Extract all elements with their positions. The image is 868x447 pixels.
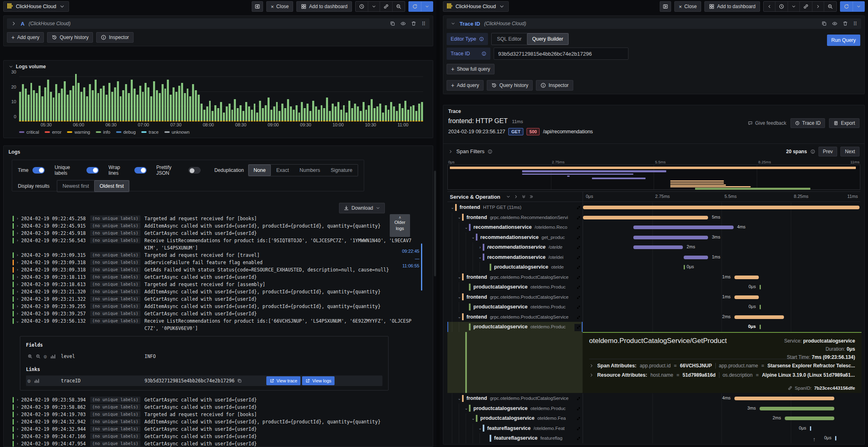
zoom-out-button[interactable] <box>824 2 836 11</box>
log-row[interactable]: ›2024-02-19 09:22:45.918(no unique label… <box>12 230 413 237</box>
legend-item-debug[interactable]: debug <box>116 130 136 135</box>
dedup-option-numbers[interactable]: Numbers <box>294 165 326 176</box>
delete-query-icon[interactable] <box>842 21 848 26</box>
dedup-option-signature[interactable]: Signature <box>325 165 358 176</box>
span-name-cell[interactable]: productcatalogserviceotelde <box>447 262 583 272</box>
log-row[interactable]: ›2024-02-19 09:24:47.954(no unique label… <box>12 440 413 447</box>
chevron-right-icon[interactable]: › <box>16 433 21 440</box>
legend-item-unknown[interactable]: unknown <box>164 130 190 135</box>
trace-id-button[interactable]: Trace ID <box>790 118 825 128</box>
time-picker-button[interactable] <box>775 2 788 11</box>
delete-query-icon[interactable] <box>411 21 417 26</box>
chevron-down-icon[interactable]: ⌄ <box>464 406 469 410</box>
span-row[interactable]: ⌄frontendgrpc.oteldemo.ProductCatalogSer… <box>447 272 860 282</box>
span-row[interactable]: productcatalogserviceoteldemo.Produc0μs <box>447 302 860 312</box>
inspector-button[interactable]: Inspector <box>536 80 573 91</box>
datasource-picker[interactable]: ClickHouse Cloud <box>443 1 509 12</box>
span-link-icon[interactable] <box>574 415 581 423</box>
span-name-cell[interactable]: ⌄frontendgrpc.oteldemo.ProductCatalogSer… <box>447 292 583 302</box>
span-attributes-row[interactable]: Span Attributes: app.product.id=66VCHSJN… <box>589 363 855 369</box>
span-name-cell[interactable]: ⌄recommendationservice/oteldemo.Reco <box>447 222 583 232</box>
chevron-down-icon[interactable]: ⌄ <box>16 317 21 325</box>
span-link-icon[interactable] <box>574 215 581 222</box>
adhoc-filter-icon[interactable]: ◎ <box>44 354 47 359</box>
close-button[interactable]: ×Close <box>266 1 293 12</box>
span-name-cell[interactable]: ⌄frontendgrpc.oteldemo.ProductCatalogSer… <box>447 272 583 282</box>
share-link-button[interactable] <box>380 2 392 11</box>
span-timeline-cell[interactable]: 2ms <box>583 242 860 252</box>
span-timeline-cell[interactable]: 4ms <box>583 393 860 404</box>
chevron-down-icon[interactable]: ⌄ <box>457 295 462 299</box>
span-link-icon[interactable] <box>574 274 581 282</box>
chevron-right-icon[interactable]: › <box>16 425 21 433</box>
span-timeline-cell[interactable]: 3ms <box>583 232 860 243</box>
span-timeline-cell[interactable]: 4ms <box>583 222 860 232</box>
chevron-right-icon[interactable]: › <box>16 440 21 447</box>
chevron-right-icon[interactable]: › <box>16 418 21 425</box>
refresh-interval-dropdown[interactable] <box>853 2 864 11</box>
span-timeline-cell[interactable]: 0μs <box>583 302 860 312</box>
chevron-right-icon[interactable]: › <box>16 411 21 418</box>
dedup-option-none[interactable]: None <box>248 165 271 176</box>
trace-minimap[interactable] <box>447 165 860 190</box>
query-row-traceid[interactable]: Trace ID (ClickHouse Cloud) ⠿ <box>447 18 861 29</box>
collapse-all-icon[interactable] <box>521 194 526 199</box>
chevron-down-icon[interactable]: ⌄ <box>457 215 462 219</box>
run-refresh-button[interactable] <box>840 2 853 11</box>
close-button[interactable]: ×Close <box>674 1 701 12</box>
chevron-right-icon[interactable]: › <box>16 215 21 222</box>
duplicate-query-icon[interactable] <box>821 21 827 26</box>
download-button[interactable]: Download <box>339 203 385 213</box>
chevron-down-icon[interactable]: ⌄ <box>477 426 483 430</box>
span-name-cell[interactable]: ⌄productcatalogserviceoteldemo.Produc <box>447 404 583 414</box>
span-link-icon[interactable] <box>574 224 581 232</box>
span-link-icon[interactable] <box>574 435 581 443</box>
span-name-cell[interactable]: ⌄productcatalogserviceoteldemo.Fea <box>447 413 583 423</box>
legend-item-critical[interactable]: critical <box>19 130 39 135</box>
span-row[interactable]: productcatalogserviceoteldemo.Produc0μs <box>447 322 860 332</box>
query-history-button[interactable]: Query history <box>47 32 93 43</box>
chevron-right-icon[interactable]: › <box>16 252 21 259</box>
log-row[interactable]: ›2024-02-19 09:23:39.257(no unique label… <box>12 310 413 317</box>
query-history-button[interactable]: Query history <box>487 80 533 91</box>
stats-icon[interactable] <box>50 354 56 359</box>
duplicate-query-icon[interactable] <box>390 21 395 26</box>
run-refresh-button[interactable] <box>409 2 421 11</box>
span-row[interactable]: ⌄recommendationservice/oteldemo.Reco4ms <box>447 222 860 232</box>
log-row[interactable]: ›2024-02-19 09:23:58.862(no unique label… <box>12 404 413 411</box>
give-feedback-link[interactable]: Give feedback <box>748 120 786 126</box>
toggle-visibility-icon[interactable] <box>832 21 838 26</box>
log-row[interactable]: ›2024-02-19 09:23:21.320(no unique label… <box>12 288 413 295</box>
left-pane-scrollbar[interactable] <box>434 171 436 276</box>
query-row-a[interactable]: A (ClickHouse Cloud) ⠿ <box>7 18 430 29</box>
span-name-cell[interactable]: ⌄frontendgrpc.oteldemo.ProductCatalogSer… <box>447 393 583 404</box>
chevron-right-icon[interactable]: › <box>16 288 21 295</box>
expand-all-icon[interactable] <box>529 194 534 199</box>
add-to-dashboard-button[interactable]: Add to dashboard <box>704 1 760 12</box>
log-row[interactable]: ›2024-02-19 09:23:09.318(no unique label… <box>12 266 413 273</box>
filter-out-value-icon[interactable] <box>36 354 41 359</box>
chevron-right-icon[interactable]: › <box>16 396 21 404</box>
span-row[interactable]: productcatalogserviceoteldemo.Produc0μs <box>447 282 860 292</box>
span-link-icon[interactable] <box>574 406 581 413</box>
span-name-cell[interactable]: ›recommendationservice/otelde <box>447 242 583 252</box>
span-row[interactable]: ⌄frontendgrpc.oteldemo.ProductCatalogSer… <box>447 292 860 302</box>
span-row[interactable]: featureflagservicefeatureflag0μs <box>447 433 860 443</box>
span-link-icon[interactable] <box>574 395 581 403</box>
chevron-right-icon[interactable]: › <box>16 404 21 411</box>
span-timeline-cell[interactable]: 2ms <box>583 413 860 423</box>
span-row[interactable]: ⌄frontendgrpc.oteldemo.RecommendationSer… <box>447 213 860 223</box>
span-timeline-cell[interactable]: 0μs <box>583 322 860 332</box>
span-timeline-cell[interactable]: 1ms <box>583 252 860 263</box>
stats-icon[interactable] <box>34 378 39 384</box>
span-link-icon[interactable] <box>574 234 581 242</box>
chevron-right-icon[interactable]: › <box>16 230 21 237</box>
span-link-icon[interactable] <box>574 284 581 291</box>
time-toggle[interactable] <box>32 167 45 174</box>
chevron-down-icon[interactable]: ⌄ <box>471 416 476 421</box>
time-picker-dropdown[interactable] <box>368 2 380 11</box>
chevron-down-icon[interactable]: ⌄ <box>457 396 462 401</box>
span-row[interactable]: ⌄recommendationservice/oteldei1ms <box>447 252 860 263</box>
view-logs-button[interactable]: View logs <box>302 376 335 385</box>
editor-option-query-builder[interactable]: Query Builder <box>527 33 568 45</box>
